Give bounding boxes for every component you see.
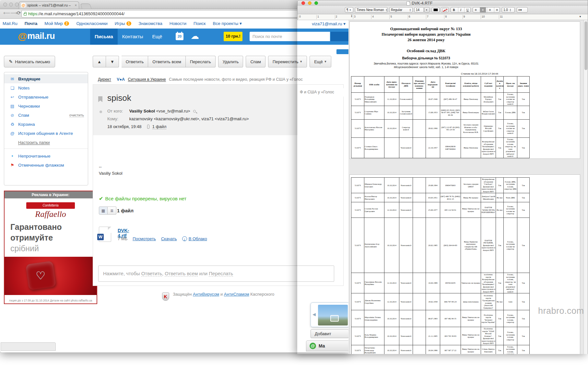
address-bar[interactable]: https://e.mail.ru/message/14136509240000…: [21, 10, 342, 18]
recipients[interactable]: kazarnovsky <kazarnovsky@ukr.net>, viza7…: [129, 116, 249, 121]
sender-email[interactable]: <vse_tv@mail.ru>: [156, 109, 190, 113]
folder-label[interactable]: Черновики: [18, 104, 40, 109]
portal-nav-link[interactable]: Знакомства: [138, 21, 162, 26]
mail-tab[interactable]: Письма: [90, 29, 118, 45]
document-page-2[interactable]: 511073Шмаков Олександр Олегович10.10.201…: [349, 174, 580, 354]
compose-button[interactable]: ✎ Написать письмо: [4, 56, 55, 67]
right-margin-marker[interactable]: ▼: [579, 15, 582, 18]
delete-button[interactable]: Удалить: [218, 56, 243, 67]
mailru-logo[interactable]: @mail.ru: [18, 31, 55, 42]
promo-badge[interactable]: 10 грн.!: [224, 32, 242, 41]
antivirus-link[interactable]: АнтиВирусом: [193, 292, 219, 297]
filter-item[interactable]: ● Непрочитанные: [4, 151, 88, 160]
folder-item[interactable]: ❏ Notes: [4, 83, 88, 92]
calendar-icon[interactable]: 20: [176, 33, 183, 40]
prev-message-button[interactable]: ▲: [93, 56, 106, 67]
paragraph-styles-button[interactable]: ¶▼: [345, 7, 353, 13]
reply-action-button[interactable]: Ответить: [122, 56, 148, 67]
left-margin-marker[interactable]: ↧: [350, 15, 353, 18]
underline-button[interactable]: U: [464, 7, 471, 12]
filter-label[interactable]: Непрочитанные: [18, 154, 51, 159]
attachment-action-link[interactable]: ↓ В Облако: [182, 236, 207, 241]
highlight-color-well[interactable]: a: [441, 7, 449, 13]
folder-label[interactable]: Спам: [18, 113, 29, 118]
table-row: 511073Мерзлікіна Тетяна Олександрівна10.…: [351, 310, 530, 327]
configure-folders-link[interactable]: Настроить папки: [18, 140, 50, 145]
attachment-action-link[interactable]: Посмотреть: [133, 236, 156, 241]
filter-label[interactable]: Отмеченные флажком: [18, 163, 64, 168]
minimize-window-button[interactable]: [308, 1, 312, 5]
grid-view-icon[interactable]: ▦: [99, 207, 108, 215]
portal-nav-link[interactable]: Игры 1: [115, 21, 131, 26]
new-tab-button[interactable]: [80, 4, 91, 9]
zoom-window-button[interactable]: [314, 1, 318, 5]
mail-tab[interactable]: Контакты: [118, 29, 148, 45]
folder-item[interactable]: ▤ Черновики: [4, 101, 88, 111]
font-size-dropdown[interactable]: ▼: [424, 7, 430, 13]
align-justify-button[interactable]: ≡: [494, 7, 500, 12]
files-link[interactable]: 1 файл: [152, 124, 167, 129]
scrollbar[interactable]: [583, 20, 588, 354]
list-view-icon[interactable]: ≣: [108, 207, 116, 215]
align-center-button[interactable]: ≡: [480, 7, 486, 12]
list-style-button[interactable]: ≡▾: [517, 7, 528, 13]
folder-item[interactable]: ♻ Корзина: [4, 120, 88, 129]
folder-label[interactable]: Корзина: [18, 122, 35, 127]
italic-button[interactable]: I: [458, 7, 463, 12]
direct-link[interactable]: Ситуация в Украине: [128, 77, 166, 82]
align-right-button[interactable]: ≡: [487, 7, 493, 12]
folder-item[interactable]: ↩ Отправленные: [4, 92, 88, 101]
text-color-well[interactable]: [432, 7, 440, 13]
line-spacing-select[interactable]: 1.0▲▼: [502, 7, 515, 13]
portal-nav-link[interactable]: Мой Мир 2: [44, 21, 69, 26]
font-family-select[interactable]: Times New Roman▲▼: [355, 7, 388, 13]
portal-nav-link[interactable]: Новости: [170, 21, 186, 26]
table-row: 511073Каплюченко Ігор Анатолійович10.10.…: [351, 218, 530, 273]
sender-name[interactable]: Vasiliy Sokol: [129, 109, 155, 113]
document-page-1[interactable]: Одномандатний виборчий округ № 133 Позач…: [349, 21, 580, 159]
portal-nav-link[interactable]: Почта: [25, 21, 38, 26]
font-style-select[interactable]: Regular▲▼: [389, 7, 413, 13]
reply-action-button[interactable]: Ответить всем: [148, 56, 186, 67]
attachment-action-link[interactable]: Скачать: [161, 236, 177, 241]
font-size-input[interactable]: 14: [414, 7, 424, 13]
ruler[interactable]: 01234567891011 ↧ ▼: [297, 14, 588, 20]
close-window-button[interactable]: [301, 1, 305, 5]
cloud-download-icon: ↓: [182, 236, 187, 241]
direct-label[interactable]: Директ: [98, 77, 111, 82]
antispam-link[interactable]: АнтиСпамом: [224, 292, 249, 297]
mail-tab[interactable]: Ещё: [148, 29, 167, 45]
folder-label[interactable]: Отправленные: [18, 95, 48, 100]
cloud-icon[interactable]: ☁: [191, 31, 199, 41]
folder-label[interactable]: Входящие: [18, 77, 40, 81]
reload-icon[interactable]: ⟳: [17, 10, 21, 16]
portal-nav-link[interactable]: Все проекты ▾: [213, 21, 241, 26]
folder-item[interactable]: @ История общения в Агенте: [4, 129, 88, 138]
bookmark-icon[interactable]: [98, 96, 102, 102]
zoom-window-button[interactable]: [15, 3, 19, 6]
reply-action-button[interactable]: Переслать: [186, 56, 216, 67]
back-icon[interactable]: ⟵: [3, 10, 10, 16]
folder-label[interactable]: Notes: [18, 86, 29, 90]
folder-item[interactable]: ⊘ Спам очистить: [4, 111, 88, 120]
bold-button[interactable]: B: [451, 7, 457, 12]
align-left-button[interactable]: ≡: [473, 7, 479, 12]
browser-tab[interactable]: @ spisok – viza71@mail.ru – ×: [19, 1, 79, 9]
portal-nav-link[interactable]: Одноклассники: [76, 21, 107, 26]
message-date: 18 октября, 19:48: [107, 124, 141, 129]
next-message-button[interactable]: ▼: [106, 56, 119, 67]
filter-item[interactable]: ⚑ Отмеченные флажком: [4, 160, 88, 170]
spam-button[interactable]: Спам: [246, 56, 265, 67]
minimize-window-button[interactable]: [9, 3, 13, 6]
tab-close-icon[interactable]: ×: [75, 3, 77, 7]
scrollbar-thumb[interactable]: [584, 21, 587, 70]
close-window-button[interactable]: [3, 3, 7, 6]
clear-spam-link[interactable]: очистить: [69, 113, 84, 117]
forward-icon[interactable]: ⟶: [10, 10, 18, 16]
portal-nav-link[interactable]: Mail.Ru: [3, 21, 18, 26]
search-sender-icon[interactable]: [193, 110, 196, 112]
ad-banner[interactable]: Реклама в Украине: Confetteria Raffaello…: [4, 191, 97, 304]
folder-item[interactable]: ✉ Входящие: [4, 74, 88, 83]
portal-nav-link[interactable]: Поиск: [194, 21, 206, 26]
folder-label[interactable]: История общения в Агенте: [18, 131, 73, 136]
